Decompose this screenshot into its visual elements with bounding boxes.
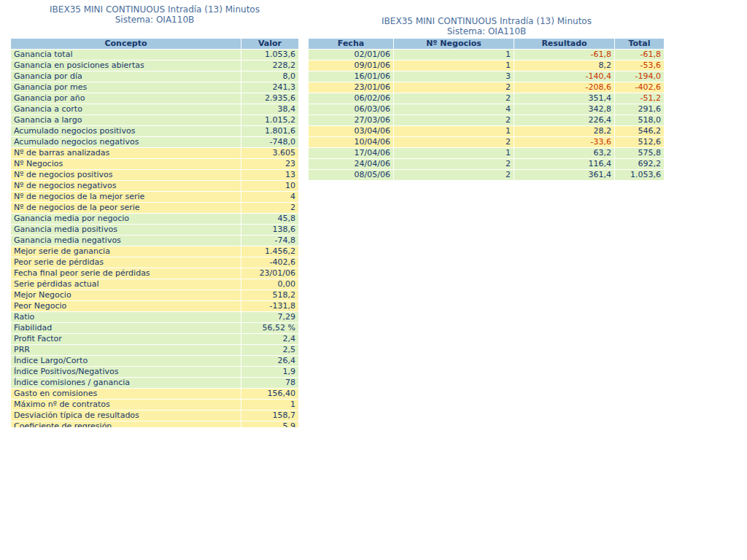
value-cell: 13: [241, 170, 298, 180]
value-cell: 5,9: [241, 421, 298, 427]
concept-cell: Acumulado negocios positivos: [11, 126, 241, 136]
value-cell: 2,4: [241, 334, 298, 344]
concept-cell: Nº de barras analizadas: [11, 148, 241, 158]
value-cell: 1: [241, 400, 298, 410]
concept-cell: Ganancia a largo: [11, 115, 241, 125]
concept-cell: Acumulado negocios negativos: [11, 137, 241, 147]
concept-cell: Mejor serie de ganancia: [11, 246, 241, 257]
table-row: Máximo nº de contratos1: [11, 400, 298, 410]
concept-cell: Coeficiente de regresión: [11, 421, 241, 427]
fecha-cell: 10/04/06: [309, 137, 393, 147]
concept-cell: Ganancia por año: [11, 93, 241, 104]
table-row: Coeficiente de regresión5,9: [11, 421, 298, 427]
negocios-cell: 1: [394, 148, 514, 158]
table-row: Acumulado negocios positivos1.801,6: [11, 126, 298, 136]
concept-cell: Índice Positivos/Negativos: [11, 367, 241, 377]
concept-cell: PRR: [11, 345, 241, 355]
resultado-cell: 8,2: [514, 61, 614, 71]
summary-panel: IBEX35 MINI CONTINUOUS Intradía (13) Min…: [10, 0, 299, 427]
concept-cell: Mejor Negocio: [11, 290, 241, 300]
concept-cell: Fiabilidad: [11, 323, 241, 333]
value-cell: 1.801,6: [241, 126, 298, 136]
concept-cell: Ratio: [11, 312, 241, 322]
table-row: Ganancia media por negocio45,8: [11, 214, 298, 224]
negocios-cell: 2: [394, 170, 514, 180]
concept-cell: Índice Largo/Corto: [11, 356, 241, 366]
value-cell: 1,9: [241, 367, 298, 377]
resultado-cell: -33,6: [514, 137, 614, 147]
trades-table-header-row: Fecha Nº Negocios Resultado Total: [309, 39, 664, 49]
table-row: Ganancia a corto38,4: [11, 104, 298, 114]
negocios-column-header: Nº Negocios: [394, 39, 514, 49]
concept-cell: Gasto en comisiones: [11, 389, 241, 399]
table-row: Nº de negocios de la mejor serie4: [11, 192, 298, 202]
table-row: Índice comisiones / ganancia78: [11, 378, 298, 388]
table-row: Mejor serie de ganancia1.456,2: [11, 246, 298, 257]
table-row: Profit Factor2,4: [11, 334, 298, 344]
concept-cell: Ganancia media negativos: [11, 236, 241, 246]
concept-cell: Ganancia media positivos: [11, 225, 241, 235]
table-row: Ganancia a largo1.015,2: [11, 115, 298, 125]
resultado-cell: 351,4: [514, 93, 614, 104]
negocios-cell: 2: [394, 115, 514, 125]
total-cell: 291,6: [615, 104, 664, 114]
resultado-cell: 28,2: [514, 126, 614, 136]
value-cell: 1.456,2: [241, 246, 298, 257]
value-cell: -74,8: [241, 236, 298, 246]
value-cell: 3.605: [241, 148, 298, 158]
table-row: Nº de barras analizadas3.605: [11, 148, 298, 158]
valor-column-header: Valor: [241, 39, 298, 49]
table-row: Ganancia por mes241,3: [11, 82, 298, 93]
fecha-column-header: Fecha: [309, 39, 393, 49]
table-row: 23/01/062-208,6-402,6: [309, 82, 664, 93]
concept-cell: Ganancia en posiciones abiertas: [11, 61, 241, 71]
table-row: Gasto en comisiones156,40: [11, 389, 298, 399]
table-row: Desviación típica de resultados158,7: [11, 411, 298, 421]
table-row: Nº Negocios23: [11, 159, 298, 169]
total-cell: -51,2: [615, 93, 664, 104]
table-row: Ganancia media positivos138,6: [11, 225, 298, 235]
table-row: Ratio7,29: [11, 312, 298, 322]
table-row: Ganancia en posiciones abiertas228,2: [11, 61, 298, 71]
table-row: Nº de negocios positivos13: [11, 170, 298, 180]
concept-column-header: Concepto: [11, 39, 241, 49]
concept-cell: Nº de negocios de la peor serie: [11, 203, 241, 213]
value-cell: 1.053,6: [241, 50, 298, 60]
summary-table: Concepto Valor Ganancia total1.053,6Gana…: [10, 38, 299, 427]
table-row: Fiabilidad56,52 %: [11, 323, 298, 333]
summary-title-line2: Sistema: OIA110B: [10, 15, 299, 25]
concept-cell: Desviación típica de resultados: [11, 411, 241, 421]
table-row: 09/01/0618,2-53,6: [309, 61, 664, 71]
value-cell: 156,40: [241, 389, 298, 399]
table-row: 02/01/061-61,8-61,8: [309, 50, 664, 60]
fecha-cell: 09/01/06: [309, 61, 393, 71]
value-cell: 78: [241, 378, 298, 388]
fecha-cell: 02/01/06: [309, 50, 393, 60]
total-cell: 546,2: [615, 126, 664, 136]
fecha-cell: 27/03/06: [309, 115, 393, 125]
summary-report-title: IBEX35 MINI CONTINUOUS Intradía (13) Min…: [10, 4, 299, 25]
value-cell: 241,3: [241, 82, 298, 93]
table-row: Mejor Negocio518,2: [11, 290, 298, 300]
fecha-cell: 06/03/06: [309, 104, 393, 114]
negocios-cell: 1: [394, 126, 514, 136]
table-row: Peor serie de pérdidas-402,6: [11, 257, 298, 268]
resultado-cell: 226,4: [514, 115, 614, 125]
concept-cell: Ganancia por día: [11, 71, 241, 82]
concept-cell: Fecha final peor serie de pérdidas: [11, 268, 241, 279]
table-row: 27/03/062226,4518,0: [309, 115, 664, 125]
value-cell: 38,4: [241, 104, 298, 114]
value-cell: 228,2: [241, 61, 298, 71]
total-cell: 1.053,6: [615, 170, 664, 180]
trades-panel: IBEX35 MINI CONTINUOUS Intradía (13) Min…: [308, 0, 665, 181]
negocios-cell: 1: [394, 61, 514, 71]
table-row: PRR2,5: [11, 345, 298, 355]
total-cell: -194,0: [615, 71, 664, 82]
table-row: Índice Largo/Corto26,4: [11, 356, 298, 366]
total-cell: 575,8: [615, 148, 664, 158]
total-column-header: Total: [615, 39, 664, 49]
value-cell: 0,00: [241, 279, 298, 289]
value-cell: 2.935,6: [241, 93, 298, 104]
value-cell: 138,6: [241, 225, 298, 235]
table-row: 06/02/062351,4-51,2: [309, 93, 664, 104]
